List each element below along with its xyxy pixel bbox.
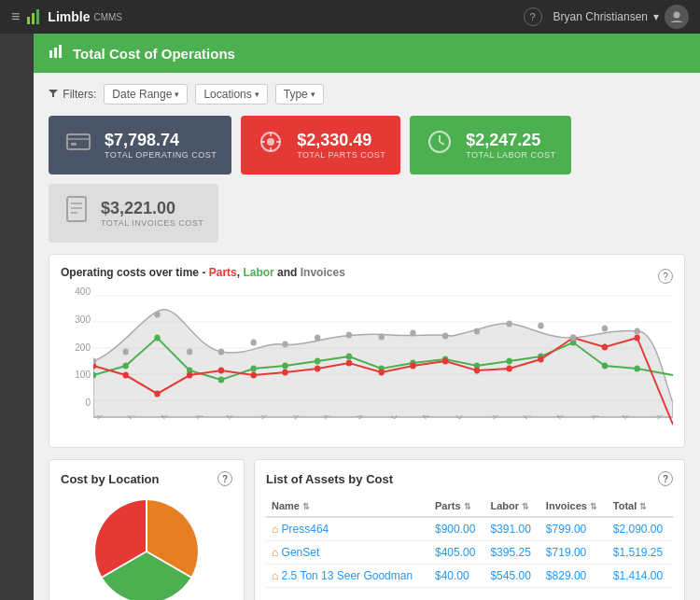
svg-point-33 <box>218 377 224 384</box>
assets-panel-title: List of Assets by Cost ? <box>266 471 673 486</box>
x-label-apr17: Apr. 2017 <box>589 415 626 430</box>
location-panel-title: Cost by Location ? <box>61 471 232 486</box>
svg-rect-4 <box>49 50 52 58</box>
type-arrow: ▾ <box>311 90 315 99</box>
invoices-icon <box>63 195 90 231</box>
parts-icon <box>256 127 286 163</box>
svg-point-68 <box>187 349 192 356</box>
assets-panel: List of Assets by Cost ? Name ⇅ Parts ⇅ … <box>254 459 685 600</box>
x-label-nov16: Nov. 2016 <box>421 415 459 430</box>
svg-point-80 <box>570 335 576 342</box>
assets-help-icon[interactable]: ? <box>658 471 673 486</box>
svg-point-45 <box>602 363 608 370</box>
help-icon[interactable]: ? <box>524 7 542 26</box>
asset-link-1[interactable]: Press464 <box>282 523 329 536</box>
svg-point-36 <box>315 358 320 365</box>
x-label-feb17: Feb. 2017 <box>522 415 560 430</box>
svg-point-52 <box>250 372 256 379</box>
svg-point-56 <box>378 370 384 376</box>
logo-name: Limble <box>48 9 90 24</box>
x-label-jul16: Jul. 2016 <box>290 415 327 430</box>
y-label-400: 400 <box>61 286 91 297</box>
col-parts: Parts ⇅ <box>429 495 484 517</box>
asset-total-3: $1,414.00 <box>608 565 673 588</box>
svg-point-60 <box>506 366 511 372</box>
chart-help-icon[interactable]: ? <box>658 269 673 284</box>
date-range-filter[interactable]: Date Range ▾ <box>104 84 188 105</box>
x-label-jun17: Jun. 2017 <box>653 415 673 430</box>
svg-point-37 <box>346 354 352 360</box>
chart-title: Operating costs over time - Parts, Labor… <box>61 266 345 279</box>
x-label-apr16: Apr. 2016 <box>193 415 231 430</box>
assets-table-body: ⌂ Press464 $900.00 $391.00 $799.00 $2,09… <box>266 517 673 588</box>
content-area: Filters: Date Range ▾ Locations ▾ Type ▾ <box>34 73 700 600</box>
asset-invoices-1: $799.00 <box>540 517 608 541</box>
svg-rect-20 <box>67 197 86 221</box>
svg-point-75 <box>410 330 415 337</box>
locations-filter[interactable]: Locations ▾ <box>195 84 267 105</box>
svg-point-49 <box>154 391 160 398</box>
svg-point-70 <box>250 340 256 346</box>
invoices-cost-body: $3,221.00 TOTAL INVOICES COST <box>101 199 203 228</box>
table-row: ⌂ Press464 $900.00 $391.00 $799.00 $2,09… <box>266 517 673 541</box>
svg-point-12 <box>267 138 274 146</box>
y-label-200: 200 <box>61 342 91 353</box>
user-dropdown-arrow: ▾ <box>653 10 659 23</box>
svg-point-54 <box>315 366 320 372</box>
invoices-cost-amount: $3,221.00 <box>101 199 203 218</box>
asset-labor-2: $395.25 <box>484 541 539 565</box>
logo-cmms: CMMS <box>93 12 122 22</box>
asset-icon-1: ⌂ <box>272 523 278 536</box>
location-help-icon[interactable]: ? <box>217 471 232 486</box>
page-title: Total Cost of Operations <box>73 46 235 62</box>
table-row: ⌂ 2.5 Ton 13 Seer Goodman $40.00 $545.00… <box>266 565 673 588</box>
svg-point-42 <box>506 358 511 365</box>
svg-point-82 <box>634 328 639 335</box>
locations-arrow: ▾ <box>255 90 259 99</box>
svg-point-64 <box>634 335 639 342</box>
svg-rect-6 <box>59 45 62 58</box>
page-layout: Total Cost of Operations Filters: Date R… <box>0 34 700 600</box>
svg-point-79 <box>538 323 543 329</box>
asset-total-1: $2,090.00 <box>608 517 673 541</box>
svg-point-73 <box>346 332 352 339</box>
user-menu[interactable]: Bryan Christiansen ▾ <box>553 5 689 29</box>
svg-point-66 <box>123 349 129 356</box>
operating-cost-card: $7,798.74 TOTAL OPERATING COST <box>49 116 231 174</box>
svg-rect-8 <box>67 134 90 149</box>
hamburger-icon[interactable]: ≡ <box>11 8 20 25</box>
asset-link-3[interactable]: 2.5 Ton 13 Seer Goodman <box>282 569 413 582</box>
page-header-icon <box>49 43 65 63</box>
svg-point-72 <box>315 335 320 342</box>
type-filter[interactable]: Type ▾ <box>275 84 324 105</box>
asset-invoices-2: $719.00 <box>540 541 608 565</box>
asset-link-2[interactable]: GenSet <box>282 546 320 559</box>
assets-table: Name ⇅ Parts ⇅ Labor ⇅ Invoices ⇅ Total … <box>266 495 673 588</box>
nav-left: ≡ Limble CMMS <box>11 7 122 26</box>
asset-name-3: ⌂ 2.5 Ton 13 Seer Goodman <box>266 565 429 588</box>
svg-rect-2 <box>36 9 39 24</box>
svg-point-71 <box>282 342 287 348</box>
svg-point-59 <box>474 368 480 374</box>
svg-point-46 <box>634 366 639 372</box>
operating-cost-amount: $7,798.74 <box>105 131 217 150</box>
labor-cost-card: $2,247.25 TOTAL LABOR COST <box>410 116 570 174</box>
x-label-jan17: Jan. 2017 <box>489 415 526 430</box>
labor-cost-body: $2,247.25 TOTAL LABOR COST <box>466 131 555 160</box>
svg-point-78 <box>506 321 511 328</box>
user-name: Bryan Christiansen <box>553 10 648 23</box>
parts-cost-amount: $2,330.49 <box>297 131 385 150</box>
parts-cost-card: $2,330.49 TOTAL PARTS COST <box>241 116 400 174</box>
asset-parts-1: $900.00 <box>429 517 484 541</box>
svg-point-34 <box>250 366 256 372</box>
x-label-mar16: Mar. 2016 <box>160 415 198 430</box>
x-label-jan16: Jan. 2016 <box>93 415 131 430</box>
svg-point-63 <box>602 344 608 351</box>
svg-rect-10 <box>71 143 77 146</box>
labor-icon <box>425 127 455 163</box>
svg-point-57 <box>410 363 415 370</box>
svg-point-53 <box>282 370 287 376</box>
filters-label: Filters: <box>49 88 96 101</box>
x-label-oct16: Oct. 2016 <box>389 415 427 430</box>
operating-icon <box>63 127 93 163</box>
